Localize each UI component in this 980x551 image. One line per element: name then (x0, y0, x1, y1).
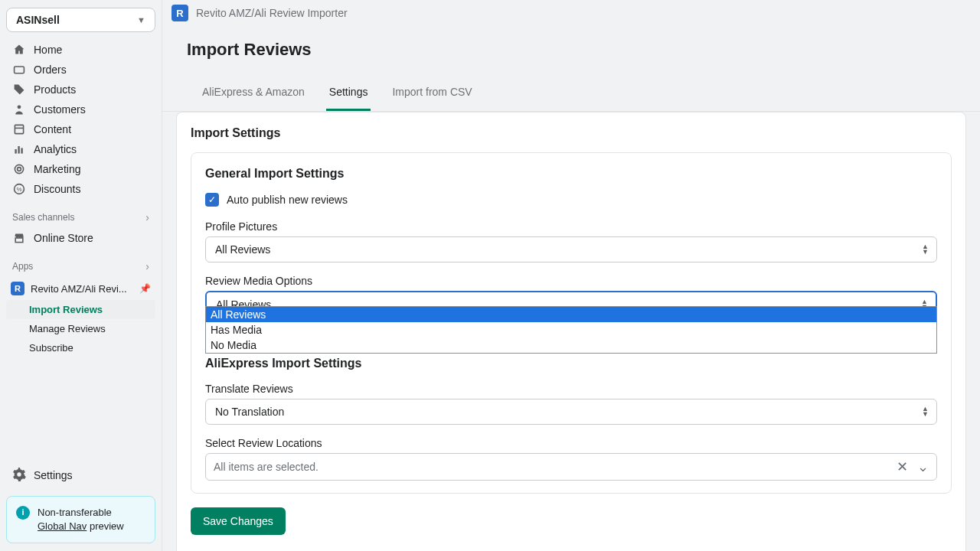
nav-marketing[interactable]: Marketing (6, 159, 155, 179)
info-icon: i (16, 506, 30, 520)
home-icon (12, 44, 26, 56)
review-media-label: Review Media Options (205, 275, 937, 287)
dropdown-option-no-media[interactable]: No Media (206, 337, 936, 353)
discount-icon: % (12, 183, 26, 195)
select-value: All Reviews (215, 243, 270, 256)
svg-rect-4 (15, 149, 16, 154)
svg-rect-2 (15, 125, 23, 133)
nav-home[interactable]: Home (6, 40, 155, 60)
svg-point-8 (18, 168, 21, 171)
select-arrows-icon: ▲▼ (922, 406, 929, 417)
nav-label: Products (34, 83, 76, 96)
nav-settings[interactable]: Settings (6, 463, 155, 488)
tag-icon (12, 83, 26, 96)
svg-rect-6 (21, 148, 22, 153)
section-label-text: Sales channels (12, 212, 74, 223)
app-logo-icon: R (172, 5, 188, 21)
nav-label: Online Store (34, 232, 93, 244)
select-arrows-icon: ▲▼ (922, 244, 929, 255)
topbar: R Revito AMZ/Ali Review Importer (162, 0, 980, 26)
person-icon (12, 103, 26, 116)
settings-label: Settings (34, 469, 73, 481)
nav-label: Orders (34, 64, 67, 76)
tab-aliexpress-amazon[interactable]: AliExpress & Amazon (199, 75, 308, 111)
clear-icon[interactable]: ✕ (897, 458, 908, 475)
nav-label: Analytics (34, 143, 77, 155)
locations-label: Select Review Locations (205, 437, 937, 449)
store-selector[interactable]: ASINsell ▼ (6, 8, 155, 32)
info-text: Non-transferable Global Nav preview (38, 506, 124, 533)
store-name: ASINsell (16, 14, 60, 26)
save-button[interactable]: Save Changes (191, 507, 286, 535)
svg-rect-0 (15, 67, 24, 73)
page-title: Import Reviews (162, 26, 980, 75)
profile-pictures-label: Profile Pictures (205, 220, 937, 233)
app-logo-icon: R (11, 282, 24, 295)
aliexpress-card-title: AliExpress Import Settings (205, 357, 937, 370)
info-banner: i Non-transferable Global Nav preview (6, 496, 155, 543)
svg-point-7 (15, 165, 23, 173)
svg-rect-11 (15, 238, 23, 243)
app-row-revito[interactable]: R Revito AMZ/Ali Revi... 📌 (6, 277, 155, 300)
nav-online-store[interactable]: Online Store (6, 228, 155, 248)
sales-channels-header[interactable]: Sales channels › (6, 207, 155, 228)
review-media-dropdown: All Reviews Has Media No Media (205, 306, 937, 354)
content-wrap: Import Settings General Import Settings … (176, 112, 966, 551)
analytics-icon (12, 143, 26, 155)
pin-icon[interactable]: 📌 (139, 283, 151, 294)
nav-label: Discounts (34, 183, 80, 195)
chevron-right-icon: › (145, 211, 149, 223)
content-icon (12, 123, 26, 135)
nav-analytics[interactable]: Analytics (6, 139, 155, 159)
store-icon (12, 232, 26, 244)
nav-label: Customers (34, 103, 86, 116)
chevron-down-icon[interactable]: ⌄ (917, 458, 929, 475)
tab-import-csv[interactable]: Import from CSV (389, 75, 475, 111)
translate-label: Translate Reviews (205, 383, 937, 395)
main-content: R Revito AMZ/Ali Review Importer Import … (162, 0, 980, 551)
import-settings-title: Import Settings (191, 126, 952, 140)
apps-header[interactable]: Apps › (6, 256, 155, 277)
checkbox-label: Auto publish new reviews (227, 194, 348, 206)
global-nav-link[interactable]: Global Nav (38, 520, 87, 532)
orders-icon (12, 64, 26, 76)
nav-products[interactable]: Products (6, 80, 155, 99)
chevron-right-icon: › (145, 260, 149, 272)
sub-import-reviews[interactable]: Import Reviews (6, 300, 155, 319)
tabs: AliExpress & Amazon Settings Import from… (162, 75, 980, 112)
sub-manage-reviews[interactable]: Manage Reviews (6, 319, 155, 338)
gear-icon (12, 468, 26, 484)
svg-point-1 (18, 105, 21, 109)
sidebar: ASINsell ▼ Home Orders Products Customer… (0, 0, 162, 551)
profile-pictures-select[interactable]: All Reviews ▲▼ (205, 236, 937, 262)
sub-subscribe[interactable]: Subscribe (6, 338, 155, 357)
app-name-label: Revito AMZ/Ali Revi... (31, 283, 127, 295)
section-label-text: Apps (12, 261, 33, 272)
nav-customers[interactable]: Customers (6, 99, 155, 119)
svg-rect-5 (18, 146, 19, 154)
app-title: Revito AMZ/Ali Review Importer (196, 7, 348, 19)
locations-multiselect[interactable]: All items are selected. ✕ ⌄ (205, 453, 937, 481)
nav-content[interactable]: Content (6, 119, 155, 139)
nav-orders[interactable]: Orders (6, 60, 155, 80)
dropdown-option-has-media[interactable]: Has Media (206, 322, 936, 337)
auto-publish-row[interactable]: ✓ Auto publish new reviews (205, 193, 937, 207)
svg-text:%: % (16, 186, 21, 193)
dropdown-option-all[interactable]: All Reviews (206, 307, 936, 322)
general-settings-card: General Import Settings ✓ Auto publish n… (191, 152, 952, 494)
general-card-title: General Import Settings (205, 167, 937, 181)
chevron-down-icon: ▼ (137, 15, 145, 24)
nav-label: Home (34, 44, 62, 56)
nav-label: Content (34, 123, 71, 135)
select-value: No Translation (215, 406, 284, 418)
nav-label: Marketing (34, 163, 80, 175)
translate-select[interactable]: No Translation ▲▼ (205, 399, 937, 425)
nav-discounts[interactable]: % Discounts (6, 179, 155, 199)
tab-settings[interactable]: Settings (326, 75, 371, 111)
multiselect-value: All items are selected. (214, 461, 318, 473)
target-icon (12, 163, 26, 175)
checkbox-checked-icon[interactable]: ✓ (205, 193, 219, 207)
